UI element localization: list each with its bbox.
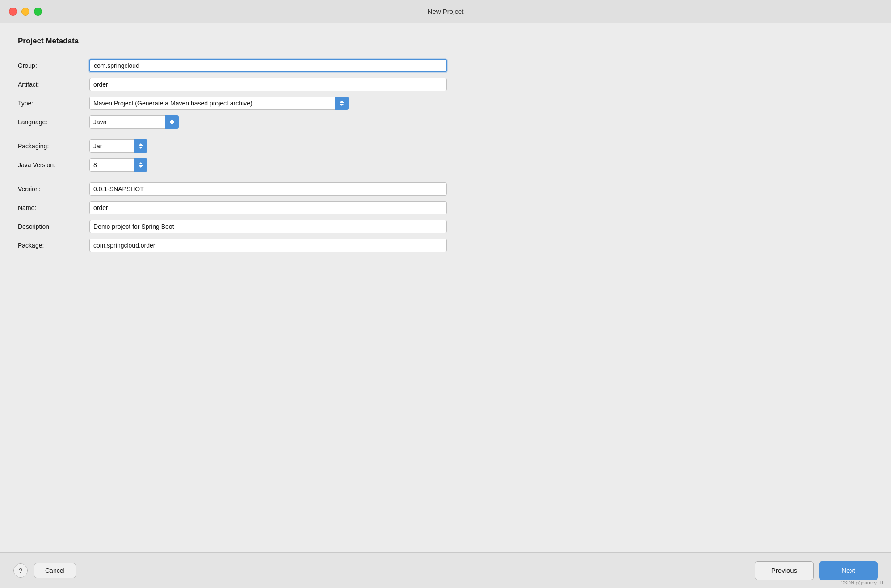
type-label: Type: bbox=[18, 94, 89, 113]
version-field bbox=[89, 180, 447, 198]
packaging-field: Jar War bbox=[89, 137, 447, 155]
window-title: New Project bbox=[428, 8, 464, 15]
bottom-right: Previous Next bbox=[755, 561, 878, 580]
name-input[interactable] bbox=[89, 201, 447, 214]
packaging-label: Packaging: bbox=[18, 137, 89, 155]
cancel-button[interactable]: Cancel bbox=[34, 563, 76, 578]
java-version-select[interactable]: 8 11 17 21 bbox=[89, 158, 147, 172]
package-field bbox=[89, 236, 447, 255]
maximize-button[interactable] bbox=[34, 8, 42, 16]
packaging-select[interactable]: Jar War bbox=[89, 139, 147, 153]
title-bar: New Project bbox=[0, 0, 891, 23]
language-select[interactable]: Java Kotlin Groovy bbox=[89, 115, 179, 129]
artifact-label: Artifact: bbox=[18, 75, 89, 94]
version-input[interactable] bbox=[89, 182, 447, 196]
language-select-wrapper: Java Kotlin Groovy bbox=[89, 115, 179, 129]
language-label: Language: bbox=[18, 113, 89, 131]
description-input[interactable] bbox=[89, 220, 447, 233]
artifact-field bbox=[89, 75, 447, 94]
language-field: Java Kotlin Groovy bbox=[89, 113, 447, 131]
group-label: Group: bbox=[18, 56, 89, 75]
name-label: Name: bbox=[18, 198, 89, 217]
next-button[interactable]: Next bbox=[819, 561, 878, 580]
watermark: CSDN @journey_IT bbox=[841, 580, 884, 585]
spacer-2 bbox=[89, 131, 447, 137]
packaging-select-wrapper: Jar War bbox=[89, 139, 147, 153]
type-select[interactable]: Maven Project (Generate a Maven based pr… bbox=[89, 97, 349, 110]
description-field bbox=[89, 217, 447, 236]
spacer-1 bbox=[18, 131, 89, 137]
java-version-select-wrapper: 8 11 17 21 bbox=[89, 158, 147, 172]
minimize-button[interactable] bbox=[21, 8, 29, 16]
name-field bbox=[89, 198, 447, 217]
form-grid: Group: Artifact: Type: Maven Project (Ge… bbox=[18, 56, 447, 255]
spacer-4 bbox=[89, 174, 447, 180]
close-button[interactable] bbox=[9, 8, 17, 16]
group-field bbox=[89, 56, 447, 75]
java-version-field: 8 11 17 21 bbox=[89, 155, 447, 174]
dialog-content: Project Metadata Group: Artifact: Type: … bbox=[0, 23, 891, 552]
package-label: Package: bbox=[18, 236, 89, 255]
bottom-left: ? Cancel bbox=[13, 563, 76, 578]
package-input[interactable] bbox=[89, 239, 447, 252]
help-button[interactable]: ? bbox=[13, 563, 28, 578]
bottom-bar: ? Cancel Previous Next bbox=[0, 552, 891, 588]
group-input[interactable] bbox=[89, 59, 447, 72]
spacer-3 bbox=[18, 174, 89, 180]
traffic-lights bbox=[9, 8, 42, 16]
type-select-wrapper: Maven Project (Generate a Maven based pr… bbox=[89, 97, 349, 110]
section-title: Project Metadata bbox=[18, 37, 873, 46]
artifact-input[interactable] bbox=[89, 78, 447, 91]
version-label: Version: bbox=[18, 180, 89, 198]
description-label: Description: bbox=[18, 217, 89, 236]
java-version-label: Java Version: bbox=[18, 155, 89, 174]
previous-button[interactable]: Previous bbox=[755, 561, 814, 580]
type-field: Maven Project (Generate a Maven based pr… bbox=[89, 94, 447, 113]
